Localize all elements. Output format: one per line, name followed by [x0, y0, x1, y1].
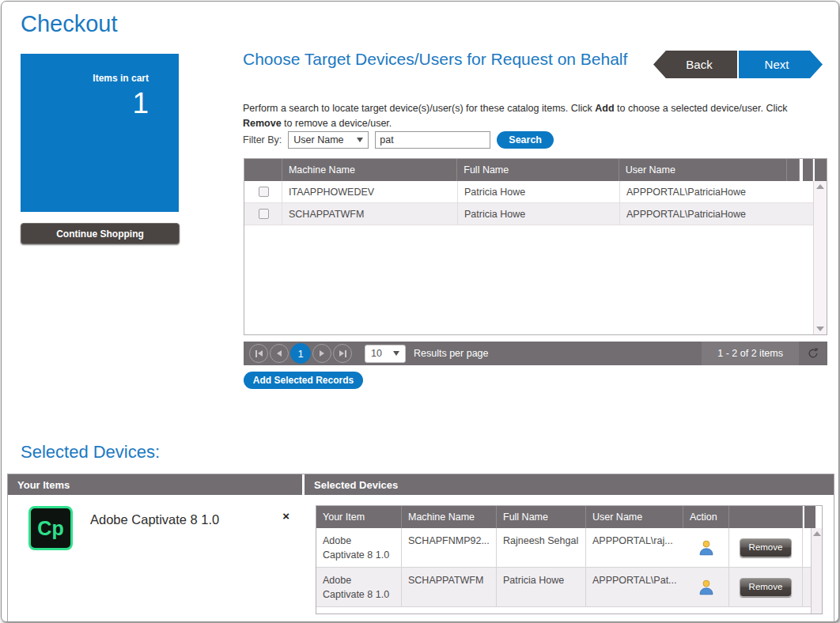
your-item-cell: Adobe Captivate 8 1.0 — [316, 568, 402, 606]
vertical-scrollbar[interactable] — [811, 528, 822, 614]
machine-name-column-header: Machine Name — [402, 506, 497, 528]
vertical-scrollbar[interactable] — [813, 181, 827, 334]
full-name-column-header[interactable]: Full Name — [457, 159, 619, 181]
request-on-behalf-heading: Choose Target Devices/Users for Request … — [243, 49, 674, 70]
items-range-label: 1 - 2 of 2 items — [702, 342, 799, 365]
full-name-cell: Patricia Howe — [497, 568, 586, 606]
checkout-page: Checkout Items in cart 1 Continue Shoppi… — [1, 1, 839, 622]
results-table-header: Machine Name Full Name User Name — [244, 159, 827, 181]
machine-name-column-header[interactable]: Machine Name — [282, 159, 457, 181]
filter-row: Filter By: User Name Search — [243, 130, 554, 149]
user-name-cell: APPPORTAL\raj... — [586, 528, 683, 567]
your-item-cell: Adobe Captivate 8 1.0 — [316, 528, 402, 567]
pager-bar: 1 10 Results per page 1 - 2 of 2 items — [244, 342, 827, 365]
remove-cell: Remove — [729, 528, 803, 567]
filter-field-select[interactable]: User Name — [288, 131, 369, 149]
machine-name-cell: SCHAPPATWFM — [402, 568, 497, 606]
machine-name-cell: ITAAPPHOWEDEV — [282, 181, 458, 202]
user-name-cell: APPPORTAL\PatriciaHowe — [620, 181, 789, 202]
full-name-cell: Patricia Howe — [458, 203, 620, 225]
last-page-icon — [339, 350, 344, 357]
selected-devices-table-header: Your Item Machine Name Full Name User Na… — [316, 506, 822, 528]
refresh-icon — [807, 347, 819, 360]
page-size-select[interactable]: 10 — [365, 345, 406, 363]
scrollbar-header-cap — [804, 506, 815, 528]
user-name-column-header[interactable]: User Name — [619, 159, 787, 181]
search-input[interactable] — [375, 131, 490, 149]
first-page-icon — [255, 350, 257, 357]
scrollbar-header-cap — [815, 159, 827, 181]
remove-column-header — [729, 506, 803, 528]
spacer-column-header — [787, 159, 800, 181]
your-items-panel: Your Items Cp Adobe Captivate 8 1.0 × — [8, 474, 305, 622]
selected-devices-list-panel: Selected Devices Your Item Machine Name … — [305, 474, 834, 622]
cart-label: Items in cart — [93, 73, 149, 84]
machine-name-cell: SCHAPFNMP92... — [402, 528, 497, 567]
first-page-button[interactable] — [249, 344, 268, 363]
continue-shopping-button[interactable]: Continue Shopping — [21, 223, 180, 244]
refresh-button[interactable] — [799, 347, 827, 360]
remove-button[interactable]: Remove — [740, 538, 792, 557]
instructions-remove-word: Remove — [243, 118, 282, 129]
instructions-text: Perform a search to locate target device… — [243, 101, 826, 132]
action-cell — [683, 568, 729, 606]
search-button[interactable]: Search — [497, 131, 554, 149]
action-column-header: Action — [683, 506, 729, 528]
row-select-cell — [244, 203, 282, 225]
add-selected-records-button[interactable]: Add Selected Records — [244, 372, 363, 389]
user-name-cell: APPPORTAL\Pat... — [586, 568, 683, 606]
your-items-header: Your Items — [8, 474, 302, 495]
remove-button[interactable]: Remove — [740, 578, 792, 597]
chevron-down-icon — [357, 138, 363, 142]
machine-name-cell: SCHAPPATWFM — [282, 203, 458, 225]
user-icon[interactable] — [698, 579, 715, 596]
chevron-down-icon — [393, 351, 399, 356]
selected-devices-table: Your Item Machine Name Full Name User Na… — [316, 505, 823, 614]
user-name-column-header: User Name — [586, 506, 683, 528]
next-page-button[interactable] — [312, 344, 331, 363]
your-item-column-header: Your Item — [316, 506, 402, 528]
user-name-cell: APPPORTAL\PatriciaHowe — [620, 203, 789, 225]
scroll-up-icon[interactable] — [813, 531, 821, 536]
last-page-button[interactable] — [333, 344, 352, 363]
wizard-nav: Back Next — [653, 51, 823, 78]
current-page-button[interactable]: 1 — [290, 343, 311, 364]
row-checkbox[interactable] — [259, 187, 269, 197]
page-size-value: 10 — [371, 348, 382, 359]
row-select-cell — [244, 181, 282, 202]
action-cell — [683, 528, 729, 567]
partial-row — [316, 607, 822, 614]
full-name-cell: Rajneesh Sehgal — [497, 528, 586, 567]
user-icon[interactable] — [698, 539, 715, 557]
row-checkbox[interactable] — [259, 209, 269, 219]
selected-devices-header: Selected Devices — [305, 474, 834, 495]
next-page-icon — [320, 350, 324, 357]
instructions-part2: to choose a selected device/user. Click — [615, 103, 788, 114]
full-name-cell: Patricia Howe — [458, 181, 620, 202]
search-results-table: Machine Name Full Name User Name ITAAPPH… — [244, 158, 827, 335]
cart-count: 1 — [132, 87, 149, 120]
results-table-body: ITAAPPHOWEDEV Patricia Howe APPPORTAL\Pa… — [244, 181, 827, 334]
table-row[interactable]: SCHAPPATWFM Patricia Howe APPPORTAL\Patr… — [244, 203, 827, 225]
previous-page-icon — [277, 350, 282, 357]
select-column-header — [244, 159, 282, 181]
next-button[interactable]: Next — [739, 51, 823, 78]
instructions-part1: Perform a search to locate target device… — [243, 103, 595, 114]
instructions-part3: to remove a device/user. — [282, 118, 392, 129]
cart-summary-box: Items in cart 1 — [21, 54, 179, 212]
scroll-up-icon[interactable] — [816, 184, 824, 189]
remove-cell: Remove — [729, 568, 803, 606]
cart-item-name: Adobe Captivate 8 1.0 — [90, 512, 219, 527]
captivate-app-icon: Cp — [28, 506, 73, 550]
results-per-page-label: Results per page — [414, 348, 489, 359]
close-icon[interactable]: × — [282, 509, 289, 523]
table-row[interactable]: ITAAPPHOWEDEV Patricia Howe APPPORTAL\Pa… — [244, 181, 827, 203]
previous-page-button[interactable] — [270, 344, 289, 363]
page-title: Checkout — [21, 11, 118, 37]
selected-devices-panel: Your Items Cp Adobe Captivate 8 1.0 × Se… — [7, 474, 834, 622]
filter-field-value: User Name — [293, 134, 343, 145]
filter-by-label: Filter By: — [243, 134, 282, 145]
scroll-down-icon[interactable] — [816, 327, 824, 331]
cart-item-row: Cp Adobe Captivate 8 1.0 × — [8, 495, 302, 550]
instructions-add-word: Add — [595, 103, 614, 114]
